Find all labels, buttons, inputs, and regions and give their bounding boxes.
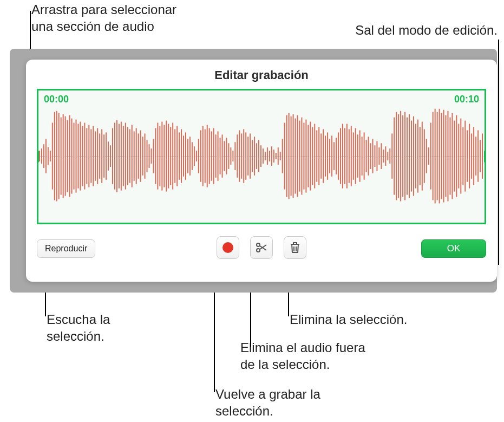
- waveform-display: [38, 90, 485, 222]
- edit-recording-panel: Editar grabación 00:00 00:10 Reproducir: [26, 60, 497, 282]
- record-icon: [222, 242, 233, 253]
- callout-drag-select: Arrastra para seleccionar una sección de…: [31, 1, 176, 35]
- delete-button[interactable]: [284, 236, 306, 259]
- svg-line-210: [260, 245, 267, 250]
- play-button[interactable]: Reproducir: [37, 239, 95, 258]
- callout-delete-selection: Elimina la selección.: [290, 311, 407, 328]
- leader-line: [498, 40, 499, 265]
- callout-delete-outside: Elimina el audio fuera de la selección.: [240, 339, 365, 373]
- record-button[interactable]: [217, 236, 239, 259]
- callout-listen: Escucha la selección.: [47, 311, 110, 345]
- selection-handle-right[interactable]: [483, 149, 486, 164]
- ok-button[interactable]: OK: [421, 239, 486, 258]
- scissors-icon: [255, 241, 268, 254]
- panel-backdrop: Editar grabación 00:00 00:10 Reproducir: [10, 49, 497, 293]
- svg-line-209: [260, 246, 267, 251]
- callout-rerecord: Vuelve a grabar la selección.: [215, 386, 320, 419]
- editor-toolbar: Reproducir: [37, 236, 486, 262]
- center-button-group: [217, 236, 306, 259]
- panel-title: Editar grabación: [26, 60, 497, 89]
- callout-exit-edit: Sal del modo de edición.: [355, 22, 498, 38]
- trim-button[interactable]: [250, 236, 273, 259]
- selection-handle-left[interactable]: [37, 149, 40, 164]
- trash-icon: [289, 241, 301, 254]
- waveform-selection-area[interactable]: 00:00 00:10: [37, 89, 486, 224]
- leader-line: [214, 275, 215, 392]
